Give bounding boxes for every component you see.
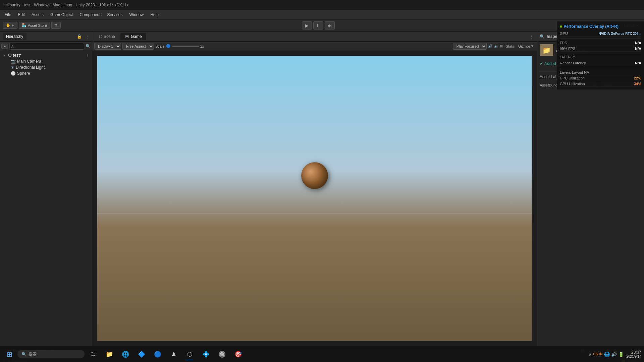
hierarchy-panel: Hierarchy 🔒 ⋮ + 🔍 ▼ ⬡ test* ⋮ 📷 Main Cam…: [0, 32, 92, 346]
taskbar-app-folder[interactable]: 📁: [102, 348, 117, 361]
start-button[interactable]: ⊞: [3, 348, 16, 361]
taskbar-app-unity[interactable]: ⬡: [182, 348, 197, 361]
menu-edit[interactable]: Edit: [15, 12, 28, 18]
scale-label: Scale: [155, 44, 165, 48]
hierarchy-menu-icon[interactable]: ⋮: [85, 34, 89, 39]
hierarchy-content: ▼ ⬡ test* ⋮ 📷 Main Camera ☀ Directional …: [0, 51, 92, 346]
steam-icon: ♟: [171, 351, 176, 358]
view-menu-icon[interactable]: ⋮: [529, 34, 534, 39]
volume-icon[interactable]: 🔊: [611, 352, 617, 357]
hierarchy-search[interactable]: [9, 43, 84, 50]
play-mode-select[interactable]: Play Focused: [453, 43, 487, 50]
menu-help[interactable]: Help: [148, 12, 161, 18]
taskbar-app-browser[interactable]: 🌐: [118, 348, 133, 361]
perf-cpu-row: CPU Utilization 22%: [560, 75, 641, 81]
folder-app-icon: 📁: [106, 351, 113, 358]
tool-group-left: ✋ H 🏪 Asset Store ⚙: [3, 22, 61, 29]
main-toolbar: ✋ H 🏪 Asset Store ⚙ ▶ ⏸ ⏭ ☁ 🔄 Layers ▾ L…: [0, 19, 644, 32]
perf-layers-label: Layers Layout NA: [560, 70, 589, 74]
rider-icon: 🔷: [138, 351, 145, 358]
scene-tab[interactable]: ⬡ Scene: [95, 33, 119, 40]
menu-window[interactable]: Window: [126, 12, 146, 18]
center-panel: ⬡ Scene 🎮 Game ⋮ Display 1 Free Aspect S…: [92, 32, 537, 346]
aspect-select[interactable]: Free Aspect: [122, 43, 154, 50]
sphere-hier-icon: ⚪: [11, 71, 16, 76]
explorer-icon: 🗂: [90, 351, 96, 358]
hierarchy-add-button[interactable]: +: [1, 44, 8, 49]
hierarchy-root[interactable]: ▼ ⬡ test* ⋮: [0, 52, 92, 58]
hierarchy-lock-icon[interactable]: 🔒: [77, 34, 82, 39]
grid-icon[interactable]: ⊞: [500, 44, 503, 48]
perf-gpu-row: GPU NVIDIA GeForce RTX 306...: [560, 31, 641, 37]
taskbar-app-steam[interactable]: ♟: [166, 348, 181, 361]
perf-layers-section: Layers Layout NA CPU Utilization 22% GPU…: [560, 68, 641, 87]
hierarchy-item-camera[interactable]: 📷 Main Camera: [0, 58, 92, 64]
search-icon-taskbar: 🔍: [21, 352, 26, 357]
hierarchy-item-sphere[interactable]: ⚪ Sphere: [0, 70, 92, 76]
menu-file[interactable]: File: [2, 12, 14, 18]
scene-icon: ⬡: [8, 53, 11, 58]
camera-name: Main Camera: [17, 59, 41, 64]
perf-gpu-label: GPU: [560, 32, 568, 36]
hierarchy-search-icon[interactable]: 🔍: [86, 44, 91, 49]
stats-button[interactable]: Stats: [504, 44, 516, 49]
scale-slider-track[interactable]: [172, 46, 199, 47]
menu-gameobject[interactable]: GameObject: [48, 12, 75, 18]
taskbar-app-unity2[interactable]: 🔘: [215, 348, 229, 361]
scale-control: Scale 🔵 1x: [155, 44, 204, 48]
perf-gpu-util-row: GPU Utilization 34%: [560, 81, 641, 87]
mute-icon[interactable]: 🔊: [488, 44, 493, 48]
perf-fps99-value: N/A: [635, 47, 641, 51]
gizmos-button[interactable]: Gizmos ▾: [517, 43, 535, 49]
perf-fps-section: FPS N/A 99% FPS N/A: [560, 39, 641, 52]
hierarchy-header: Hierarchy 🔒 ⋮: [0, 32, 92, 42]
taskbar-app-vs[interactable]: 💠: [199, 348, 213, 361]
tray-up-icon[interactable]: ∧: [589, 352, 592, 357]
scene-icon-tab: ⬡: [99, 34, 102, 39]
menu-services[interactable]: Services: [104, 12, 125, 18]
pause-button[interactable]: ⏸: [313, 21, 323, 29]
view-tabs: ⬡ Scene 🎮 Game ⋮: [92, 32, 537, 42]
perf-latency-section: Latency Render Latency N/A: [560, 54, 641, 66]
step-button[interactable]: ⏭: [325, 21, 335, 29]
sphere-object: [301, 162, 328, 189]
perf-fps-label: FPS: [560, 41, 567, 45]
root-menu-icon[interactable]: ⋮: [86, 54, 89, 57]
system-clock[interactable]: 23:37 2021/9/14: [627, 350, 642, 358]
taskbar-app-explorer[interactable]: 🗂: [86, 348, 101, 361]
store-icon: 🏪: [22, 23, 26, 27]
audio-icon[interactable]: 🔉: [494, 44, 499, 48]
view-toolbar: Display 1 Free Aspect Scale 🔵 1x Play Fo…: [92, 42, 537, 51]
perf-render-latency-row: Render Latency N/A: [560, 60, 641, 66]
battery-icon[interactable]: 🔋: [618, 352, 624, 357]
clock-time: 23:37: [627, 350, 642, 355]
hand-icon: ✋: [6, 23, 10, 27]
edge-icon: 🔵: [154, 351, 161, 358]
app-title: hellounity - test - Windows, Mac, Linux …: [3, 3, 129, 7]
hierarchy-tab[interactable]: Hierarchy: [3, 33, 26, 40]
perf-latency-title: Latency: [560, 55, 641, 59]
network-icon[interactable]: 🌐: [604, 352, 610, 357]
display-select[interactable]: Display 1: [94, 43, 121, 50]
perf-gpu-value: NVIDIA GeForce RTX 306...: [599, 32, 641, 36]
taskbar-app-edge[interactable]: 🔵: [150, 348, 165, 361]
perf-render-latency-value: N/A: [635, 61, 641, 65]
play-button[interactable]: ▶: [302, 21, 312, 29]
game-tab[interactable]: 🎮 Game: [120, 33, 146, 40]
hand-tool-button[interactable]: ✋ H: [3, 22, 17, 29]
asset-store-button[interactable]: 🏪 Asset Store: [19, 22, 50, 29]
settings-button[interactable]: ⚙: [51, 22, 61, 29]
menu-assets[interactable]: Assets: [29, 12, 46, 18]
taskbar-app-misc[interactable]: 🎯: [231, 348, 246, 361]
main-layout: Hierarchy 🔒 ⋮ + 🔍 ▼ ⬡ test* ⋮ 📷 Main Cam…: [0, 32, 644, 346]
taskbar-search[interactable]: 🔍 搜索: [17, 350, 85, 358]
tray-icons: ∧ CSDN 🌐 🔊 🔋: [589, 352, 624, 357]
check-icon: ✔: [540, 61, 543, 66]
taskbar-app-rider[interactable]: 🔷: [134, 348, 149, 361]
misc-icon: 🎯: [234, 351, 242, 358]
inspector-icon: 🔍: [540, 34, 545, 39]
menu-component[interactable]: Component: [77, 12, 103, 18]
perf-cpu-label: CPU Utilization: [560, 76, 585, 80]
nvidia-icon: ■: [560, 24, 562, 29]
hierarchy-item-light[interactable]: ☀ Directional Light: [0, 64, 92, 70]
